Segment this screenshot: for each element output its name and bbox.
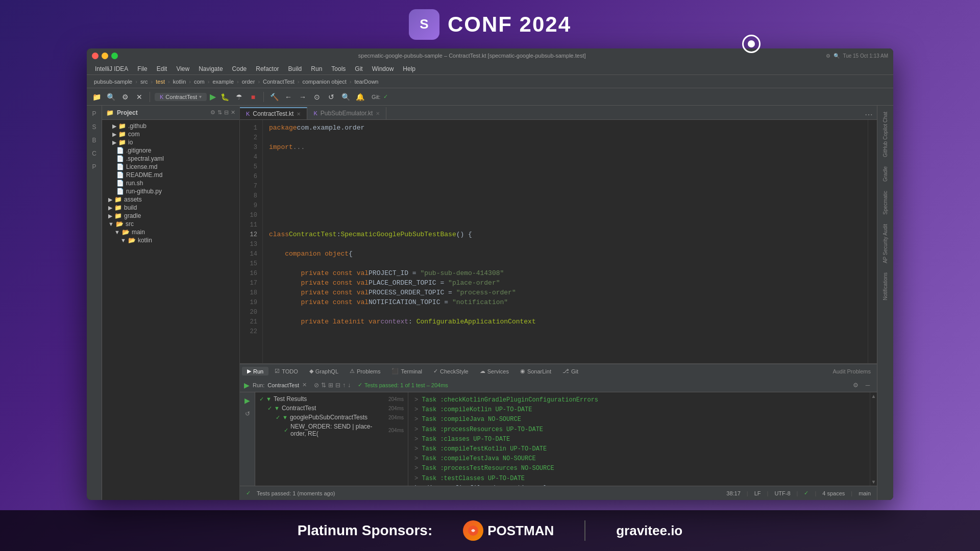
tab-terminal[interactable]: ⬛ Terminal — [386, 367, 427, 375]
sidebar-project-icon[interactable]: P — [88, 108, 101, 120]
tree-item-src[interactable]: ▼ 📂 src — [102, 220, 239, 228]
specmatic-label[interactable]: Specmatic — [883, 187, 888, 219]
toolbar-nav-fwd[interactable]: → — [297, 91, 308, 103]
run-sort-btn[interactable]: ⇅ — [321, 382, 326, 389]
code-content[interactable]: package com.example.order import ... cla… — [263, 120, 868, 363]
tree-item-spectral[interactable]: 📄 .spectral.yaml — [102, 155, 239, 163]
test-expand-gpubsub[interactable]: ▼ — [282, 414, 288, 420]
run-with-coverage-btn[interactable]: ☂ — [233, 91, 244, 103]
tab-more-options[interactable]: ⋯ — [861, 110, 877, 119]
run-collapse-btn[interactable]: ⊟ — [335, 382, 340, 389]
menu-edit[interactable]: Edit — [153, 64, 172, 73]
tree-item-build[interactable]: ▶ 📁 build — [102, 204, 239, 212]
project-icon-gear[interactable]: ⚙ — [210, 109, 215, 116]
tab-todo[interactable]: ☑ TODO — [270, 367, 303, 375]
tab-sonarlint[interactable]: ◉ SonarLint — [515, 367, 556, 375]
panel-settings-btn[interactable]: ⚙ — [850, 380, 861, 390]
sidebar-structure-icon[interactable]: S — [88, 121, 101, 133]
close-button[interactable] — [92, 53, 99, 59]
notifications-label[interactable]: Notifications — [883, 268, 888, 304]
ap-security-label[interactable]: AP Security Audit — [883, 220, 888, 267]
tree-item-gradle[interactable]: ▶ 📁 gradle — [102, 212, 239, 220]
debug-button[interactable]: 🐛 — [219, 91, 230, 103]
menu-git[interactable]: Git — [351, 64, 366, 73]
menu-window[interactable]: Window — [368, 64, 398, 73]
test-expand-contracttest[interactable]: ▼ — [274, 405, 280, 411]
tab-run[interactable]: ▶ Run — [242, 367, 268, 375]
nav-teardown[interactable]: tearDown — [351, 78, 381, 86]
tree-item-github[interactable]: ▶ 📁 .github — [102, 122, 239, 130]
tab-pubsubemulator-close[interactable]: ✕ — [376, 111, 380, 116]
run-config[interactable]: K ContractTest ▾ — [155, 93, 207, 101]
tree-item-main[interactable]: ▼ 📂 main — [102, 228, 239, 236]
project-icon-expand[interactable]: ⇅ — [217, 109, 222, 116]
toolbar-close-btn[interactable]: ✕ — [134, 91, 145, 103]
menu-navigate[interactable]: Navigate — [194, 64, 227, 73]
run-sidebar-icon-2[interactable]: ↺ — [241, 408, 254, 420]
menu-code[interactable]: Code — [228, 64, 251, 73]
minimize-button[interactable] — [102, 53, 108, 59]
nav-kotlin[interactable]: kotlin — [170, 78, 189, 86]
tree-item-rungithub[interactable]: 📄 run-github.py — [102, 187, 239, 195]
menu-tools[interactable]: Tools — [327, 64, 350, 73]
panel-minimize-btn[interactable]: ─ — [863, 380, 873, 390]
run-play-btn[interactable]: ▶ — [244, 381, 250, 389]
maximize-button[interactable] — [111, 53, 118, 59]
toolbar-settings-btn[interactable]: ⚙ — [119, 91, 131, 103]
audit-problems[interactable]: Audit Problems — [828, 368, 875, 374]
tree-item-gitignore[interactable]: 📄 .gitignore — [102, 146, 239, 155]
run-export-btn[interactable]: ↑ — [342, 382, 346, 389]
scroll-down-arrow[interactable]: ▼ — [870, 478, 877, 486]
tree-item-assets[interactable]: ▶ 📁 assets — [102, 195, 239, 204]
tree-item-license[interactable]: 📄 License.md — [102, 163, 239, 171]
run-expand-btn[interactable]: ⊞ — [328, 382, 333, 389]
run-sidebar-icon-1[interactable]: ▶ — [241, 394, 254, 407]
sidebar-pullreq-icon[interactable]: P — [88, 161, 101, 173]
tab-git[interactable]: ⎇ Git — [557, 367, 583, 375]
toolbar-notifications-btn[interactable]: 🔔 — [354, 91, 365, 103]
menu-run[interactable]: Run — [307, 64, 326, 73]
project-icon-close[interactable]: ✕ — [231, 109, 235, 116]
tree-item-io[interactable]: ▶ 📁 io — [102, 138, 239, 146]
menu-refactor[interactable]: Refactor — [252, 64, 283, 73]
stop-button[interactable]: ■ — [248, 91, 259, 103]
tree-item-kotlin[interactable]: ▼ 📂 kotlin — [102, 236, 239, 244]
test-item-contracttest[interactable]: ✓ ▼ ContractTest 204ms — [255, 404, 408, 413]
tree-item-runsh[interactable]: 📄 run.sh — [102, 179, 239, 187]
nav-test[interactable]: test — [153, 78, 168, 86]
toolbar-nav-back[interactable]: ← — [283, 91, 294, 103]
test-expand-root[interactable]: ▼ — [266, 396, 272, 402]
toolbar-reload-btn[interactable]: ↺ — [326, 91, 337, 103]
tab-contracttest-close[interactable]: ✕ — [297, 111, 301, 117]
sidebar-commit-icon[interactable]: C — [88, 147, 101, 160]
scroll-up-arrow[interactable]: ▲ — [870, 392, 877, 400]
nav-example[interactable]: example — [209, 78, 237, 86]
tab-services[interactable]: ☁ Services — [475, 367, 514, 375]
run-button[interactable]: ▶ — [210, 92, 216, 102]
test-item-gpubsub[interactable]: ✓ ▼ googlePubSubContractTests 204ms — [255, 413, 408, 422]
console-scrollbar[interactable]: ▲ ▼ — [870, 392, 877, 486]
console-output[interactable]: > Task :checkKotlinGradlePluginConfigura… — [408, 392, 870, 486]
tree-item-readme[interactable]: 📄 README.md — [102, 171, 239, 179]
test-item-neworder[interactable]: ✓ NEW_ORDER: SEND | place-order, RE( 204… — [255, 422, 408, 438]
menu-intellij[interactable]: IntelliJ IDEA — [91, 64, 132, 73]
tab-graphql[interactable]: ◆ GraphQL — [304, 367, 344, 375]
sidebar-bookmarks-icon[interactable]: B — [88, 134, 101, 146]
github-copilot-label[interactable]: GitHub Copilot Chat — [883, 108, 888, 161]
nav-com[interactable]: com — [191, 78, 208, 86]
toolbar-history-btn[interactable]: ⊙ — [311, 91, 323, 103]
nav-pubsub[interactable]: pubsub-sample — [91, 78, 135, 86]
menu-view[interactable]: View — [172, 64, 193, 73]
nav-order[interactable]: order — [239, 78, 258, 86]
run-import-btn[interactable]: ↓ — [348, 382, 351, 389]
tab-problems[interactable]: ⚠ Problems — [345, 367, 385, 375]
tab-pubsubemulator[interactable]: K PubSubEmulator.kt ✕ — [307, 107, 386, 119]
toolbar-project-btn[interactable]: 📁 — [91, 91, 102, 103]
tree-item-com[interactable]: ▶ 📁 com — [102, 130, 239, 138]
project-icon-filter[interactable]: ⊟ — [224, 109, 229, 116]
nav-contracttest[interactable]: ContractTest — [260, 78, 298, 86]
test-item-root[interactable]: ✓ ▼ Test Results 204ms — [255, 394, 408, 404]
tab-contracttest[interactable]: K ContractTest.kt ✕ — [240, 107, 307, 119]
gradle-label[interactable]: Gradle — [883, 162, 888, 186]
nav-companion[interactable]: companion object — [299, 78, 349, 86]
